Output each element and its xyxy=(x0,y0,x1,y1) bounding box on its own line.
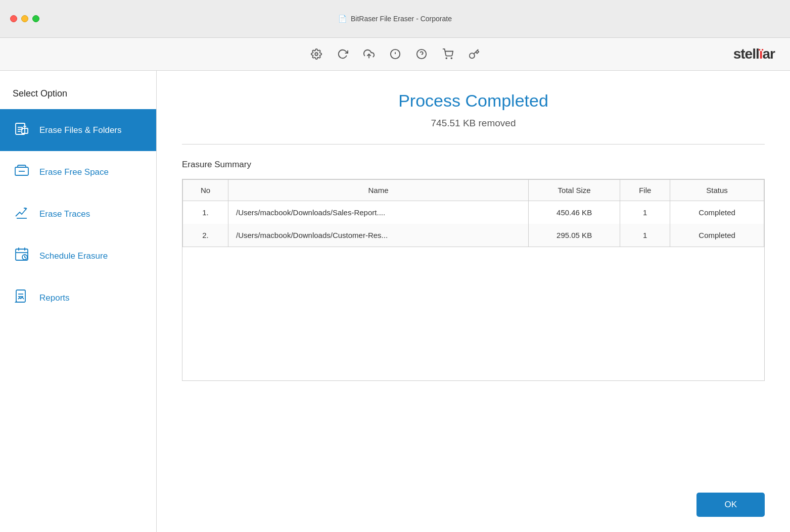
erasure-table-container: No Name Total Size File Status 1. /Users… xyxy=(182,179,765,381)
erase-free-space-label: Erase Free Space xyxy=(39,167,109,177)
sidebar-item-erase-free-space[interactable]: Erase Free Space xyxy=(0,151,156,193)
content-divider xyxy=(182,144,765,144)
erasure-summary-title: Erasure Summary xyxy=(182,160,765,170)
maximize-button[interactable] xyxy=(32,15,39,22)
close-button[interactable] xyxy=(10,15,17,22)
erase-free-space-icon xyxy=(13,162,30,182)
cell-file: 1 xyxy=(620,224,670,247)
table-row: 1. /Users/macbook/Downloads/Sales-Report… xyxy=(183,201,764,224)
reports-label: Reports xyxy=(39,293,70,303)
schedule-erasure-icon xyxy=(13,246,30,266)
info-button[interactable] xyxy=(385,43,406,65)
main-layout: Select Option Erase Files & Folders xyxy=(0,71,790,532)
schedule-erasure-label: Schedule Erasure xyxy=(39,251,108,261)
window-title: 📄 BitRaser File Eraser - Corporate xyxy=(338,15,452,23)
cell-size: 295.05 KB xyxy=(528,224,620,247)
reports-icon xyxy=(13,288,30,308)
ok-button[interactable]: OK xyxy=(696,493,765,517)
col-file: File xyxy=(620,180,670,201)
traffic-lights xyxy=(10,15,39,22)
sidebar-title: Select Option xyxy=(0,81,156,109)
settings-button[interactable] xyxy=(306,43,327,65)
help-button[interactable] xyxy=(411,43,432,65)
erase-traces-label: Erase Traces xyxy=(39,209,90,219)
cell-no: 1. xyxy=(183,201,228,224)
process-title: Process Completed xyxy=(182,91,765,111)
cell-name: /Users/macbook/Downloads/Sales-Report...… xyxy=(228,201,529,224)
sidebar: Select Option Erase Files & Folders xyxy=(0,71,157,532)
col-status: Status xyxy=(670,180,764,201)
refresh-button[interactable] xyxy=(332,43,353,65)
sidebar-item-erase-traces[interactable]: Erase Traces xyxy=(0,193,156,235)
svg-point-8 xyxy=(451,58,452,59)
minimize-button[interactable] xyxy=(21,15,28,22)
stellar-logo: stellïar xyxy=(733,46,775,62)
cell-status: Completed xyxy=(670,224,764,247)
process-subtitle: 745.51 KB removed xyxy=(182,118,765,129)
col-no: No xyxy=(183,180,228,201)
cell-name: /Users/macbook/Downloads/Customer-Res... xyxy=(228,224,529,247)
title-icon: 📄 xyxy=(338,15,347,23)
svg-rect-22 xyxy=(16,290,25,302)
svg-point-0 xyxy=(315,53,318,56)
col-name: Name xyxy=(228,180,529,201)
erasure-summary-table: No Name Total Size File Status 1. /Users… xyxy=(182,179,764,247)
sidebar-item-schedule-erasure[interactable]: Schedule Erasure xyxy=(0,235,156,277)
sidebar-item-erase-files[interactable]: Erase Files & Folders xyxy=(0,109,156,151)
sidebar-item-reports[interactable]: Reports xyxy=(0,277,156,319)
erase-traces-icon xyxy=(13,204,30,224)
cell-no: 2. xyxy=(183,224,228,247)
cell-size: 450.46 KB xyxy=(528,201,620,224)
toolbar: stellïar xyxy=(0,38,790,71)
erase-files-label: Erase Files & Folders xyxy=(39,125,122,135)
svg-point-7 xyxy=(446,58,447,59)
table-row: 2. /Users/macbook/Downloads/Customer-Res… xyxy=(183,224,764,247)
svg-rect-9 xyxy=(16,123,25,134)
cell-status: Completed xyxy=(670,201,764,224)
title-bar: 📄 BitRaser File Eraser - Corporate xyxy=(0,0,790,38)
upload-button[interactable] xyxy=(358,43,380,65)
content-area: Process Completed 745.51 KB removed Eras… xyxy=(157,71,790,532)
col-total-size: Total Size xyxy=(528,180,620,201)
key-button[interactable] xyxy=(463,43,485,65)
cart-button[interactable] xyxy=(437,43,458,65)
erase-files-icon xyxy=(13,120,30,140)
cell-file: 1 xyxy=(620,201,670,224)
